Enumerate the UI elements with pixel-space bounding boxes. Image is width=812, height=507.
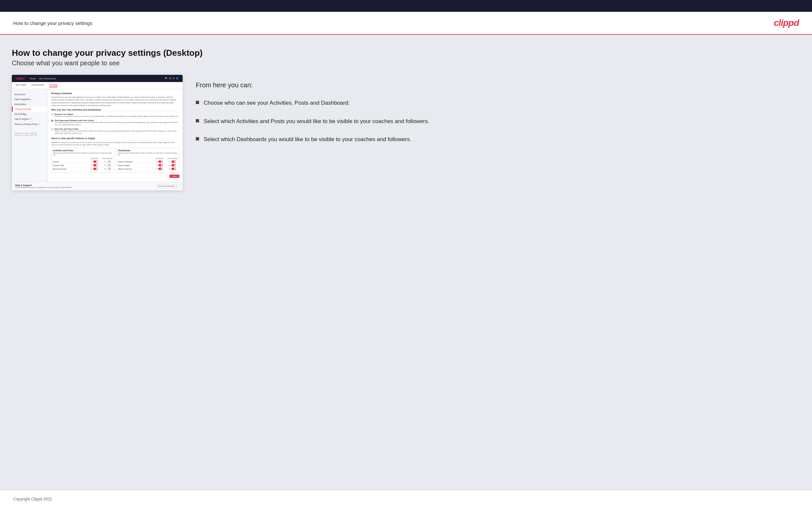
mock-what-work-coaches-toggle[interactable]: ON (154, 168, 164, 170)
bullet-text-2: Select which Activities and Posts you wo… (204, 117, 429, 126)
main-content: How to change your privacy settings (Des… (0, 35, 812, 490)
mock-visit-community-button[interactable]: Visit Our Community ↗ (156, 184, 180, 188)
user-icon: 👤 (176, 77, 179, 80)
bullet-text-3: Select which Dashboards you would like t… (204, 135, 411, 144)
mock-subnav-settings[interactable]: Settings (49, 84, 57, 87)
mock-subnav-connections[interactable]: Connections (31, 84, 44, 87)
mock-privacy-controls-desc: Control how you and your data appears to… (51, 96, 180, 107)
mock-show-hide-title: Show or hide specific features in Clippd (51, 137, 180, 140)
mock-sidebar: My Account › Data Integrations › Subscri… (12, 89, 48, 182)
logo: clippd (774, 18, 799, 28)
bullet-list: Choose who can see your Activities, Post… (196, 99, 800, 144)
mock-toggle-rounds: Rounds ON ON (53, 160, 113, 164)
mock-toggle-player-dashboard: Player Dashboard ON ON (118, 160, 178, 164)
mock-radio-only-you[interactable]: Only You and Your Coach Only you and the… (51, 128, 180, 134)
mock-radio-desc-only-you: Only you and the coaches you connect wit… (55, 130, 180, 134)
content-row: clippd Home My Performance 🔍 ⊞ ⚙ 👤 My Pr… (12, 75, 800, 190)
bullet-text-1: Choose who can see your Activities, Post… (204, 99, 350, 107)
mock-coaches-col-label: COACHES (89, 158, 100, 160)
mock-practice-coaches-toggle[interactable]: ON (89, 164, 100, 166)
mock-dashboards-title: Dashboards (118, 149, 178, 152)
from-here-title: From here you can: (196, 81, 800, 89)
mock-round-insights-followers-toggle[interactable]: ON (167, 164, 178, 166)
bullet-square-3 (196, 137, 199, 140)
mock-followers-col-label: FOLLOWERS (102, 158, 113, 160)
bullet-item-3: Select which Dashboards you would like t… (196, 135, 800, 144)
mock-nav: clippd Home My Performance 🔍 ⊞ ⚙ 👤 (12, 75, 183, 82)
mock-save-button[interactable]: Save (169, 175, 180, 178)
mock-sidebar-version: Clippd Client Version: 2022.8.2SQL Serve… (12, 130, 48, 139)
mock-sidebar-my-account[interactable]: My Account › (12, 92, 48, 97)
mock-sidebar-golf-bag[interactable]: My Golf Bag › (12, 112, 48, 116)
mock-help-section: Help & Support Visit the Clippd communit… (12, 182, 183, 190)
mock-player-dash-followers-toggle[interactable]: ON (167, 161, 178, 163)
mock-main-panel: Privacy Controls Control how you and you… (48, 89, 183, 182)
mock-radio-circle-everyone (51, 114, 53, 115)
mock-radio-circle-only-you (51, 128, 53, 130)
bullet-item-2: Select which Activities and Posts you wo… (196, 117, 800, 126)
mock-toggles-row: Activities and Posts Select the types of… (51, 148, 180, 173)
mock-nav-performance: My Performance (39, 77, 56, 80)
mock-nav-home: Home (30, 77, 36, 80)
mock-help-desc: Visit the Clippd community to troublesho… (15, 186, 72, 188)
mock-nav-links: Home My Performance (30, 77, 56, 80)
mock-sidebar-help[interactable]: Help & Support ↗ (12, 116, 48, 122)
chevron-right-icon: › (44, 108, 45, 110)
bullet-square-1 (196, 101, 199, 104)
chevron-right-icon: › (44, 103, 45, 105)
headings: How to change your privacy settings (Des… (12, 48, 800, 67)
mock-practice-followers-toggle[interactable]: ON (102, 164, 113, 166)
mock-activities-desc: Select the types of activity that you'd … (53, 152, 113, 157)
mock-radio-group: Everyone on Clippd Everyone on Clippd ca… (51, 113, 180, 134)
mock-radio-everyone[interactable]: Everyone on Clippd Everyone on Clippd ca… (51, 113, 180, 117)
mock-manual-followers-toggle[interactable]: ON (102, 168, 113, 170)
bullet-item-1: Choose who can see your Activities, Post… (196, 99, 800, 107)
chevron-right-icon: › (44, 94, 45, 96)
mock-player-dash-coaches-toggle[interactable]: ON (154, 161, 164, 163)
mock-toggle-what-to-work: What To Work On ON ON (118, 167, 178, 171)
mock-dash-followers-col: FOLLOWERS (167, 158, 178, 160)
mock-round-insights-coaches-toggle[interactable]: ON (154, 164, 164, 166)
mock-rounds-coaches-toggle[interactable]: ON (89, 161, 100, 163)
page-subheading: Choose what you want people to see (12, 59, 800, 67)
external-link-icon: ↗ (175, 185, 177, 187)
mock-rounds-followers-toggle[interactable]: ON (102, 161, 113, 163)
mock-sidebar-subscription[interactable]: Subscription › (12, 102, 48, 107)
mock-who-can-see-title: Who Can See Your Activities and Dashboar… (51, 109, 180, 112)
mock-manual-coaches-toggle[interactable]: ON (89, 168, 100, 170)
mock-dashboards-header: COACHES FOLLOWERS (118, 158, 178, 160)
mock-radio-desc-followers: Only approved followers and coaches you … (55, 121, 180, 126)
chevron-right-icon: › (44, 99, 45, 100)
top-bar (0, 0, 812, 12)
right-panel: From here you can: Choose who can see yo… (196, 75, 800, 144)
settings-icon: ⚙ (172, 77, 174, 80)
bullet-square-2 (196, 119, 199, 122)
mock-privacy-controls-title: Privacy Controls (51, 92, 180, 95)
screenshot-mockup: clippd Home My Performance 🔍 ⊞ ⚙ 👤 My Pr… (12, 75, 183, 190)
mock-sidebar-privacy-policy[interactable]: Service & Privacy Policy ↗ (12, 122, 48, 127)
mock-activities-header: COACHES FOLLOWERS (53, 158, 113, 160)
chevron-right-icon: › (44, 113, 45, 115)
footer-text: Copyright Clippd 2022 (13, 497, 52, 501)
mock-what-work-followers-toggle[interactable]: ON (167, 168, 178, 170)
search-icon: 🔍 (165, 77, 168, 80)
mock-radio-followers[interactable]: Only Approved Followers and Your Coach O… (51, 119, 180, 126)
mock-dash-coaches-col: COACHES (154, 158, 164, 160)
mock-save-row: Save (51, 175, 180, 178)
mock-subnav-profile[interactable]: My Profile (16, 84, 26, 87)
mock-help-title: Help & Support (15, 184, 72, 186)
mock-activities-title: Activities and Posts (53, 149, 113, 152)
mock-logo: clippd (16, 77, 24, 80)
mock-sidebar-data-integrations[interactable]: Data Integrations › (12, 97, 48, 102)
mock-subnav: My Profile Connections Settings (12, 82, 183, 89)
mock-toggle-round-insights: Round Insights ON ON (118, 164, 178, 167)
grid-icon: ⊞ (169, 77, 171, 80)
mock-body: My Account › Data Integrations › Subscri… (12, 89, 183, 182)
mock-toggle-practice: Practice Drills ON ON (53, 164, 113, 167)
mock-radio-circle-followers (51, 120, 53, 122)
mock-nav-icons: 🔍 ⊞ ⚙ 👤 (165, 77, 179, 80)
mock-sidebar-privacy-controls[interactable]: Privacy Controls › (12, 107, 48, 112)
header-title: How to change your privacy settings (13, 20, 92, 26)
mock-dashboards-desc: Select the types of activity that you'd … (118, 152, 178, 157)
header: How to change your privacy settings clip… (0, 12, 812, 35)
